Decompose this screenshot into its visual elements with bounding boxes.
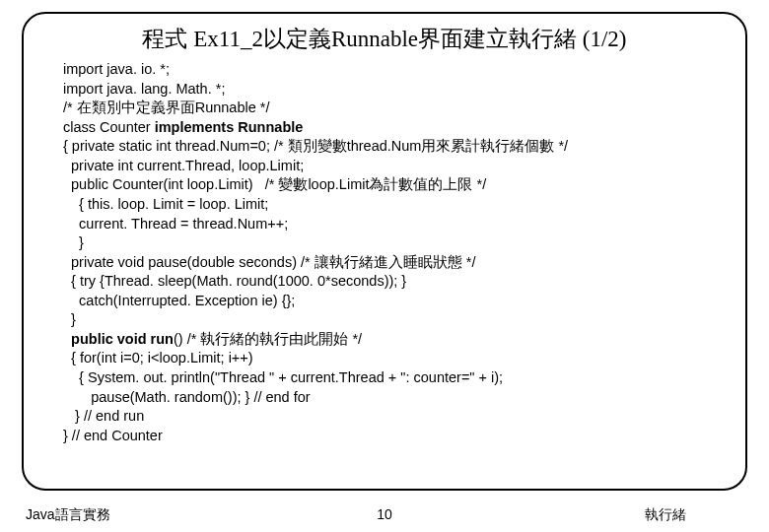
code-line: { this. loop. Limit = loop. Limit; — [63, 195, 726, 215]
code-line: /* 在類別中定義界面Runnable */ — [63, 99, 726, 118]
footer: Java語言實務 10 執行緒 — [0, 506, 769, 524]
code-line: public void run() /* 執行緒的執行由此開始 */ — [63, 330, 726, 350]
code-line: { try {Thread. sleep(Math. round(1000. 0… — [63, 272, 726, 292]
code-line: public Counter(int loop.Limit) /* 變數loop… — [63, 175, 726, 195]
slide-title: 程式 Ex11_2以定義Runnable界面建立執行緒 (1/2) — [24, 24, 745, 54]
code-text: class Counter — [63, 119, 155, 135]
code-line: { System. out. println("Thread " + curre… — [63, 368, 726, 388]
footer-page-number: 10 — [377, 506, 392, 524]
title-main: 程式 Ex11_2以定義Runnable界面建立執行緒 — [142, 27, 582, 51]
footer-left: Java語言實務 — [26, 506, 124, 524]
code-line: { private static int thread.Num=0; /* 類別… — [63, 137, 726, 157]
code-line: catch(Interrupted. Exception ie) {}; — [63, 292, 726, 311]
code-line: private void pause(double seconds) /* 讓執… — [63, 253, 726, 273]
code-line: } — [63, 233, 726, 253]
code-text — [63, 331, 71, 347]
footer-right: 執行緒 — [645, 506, 743, 524]
code-line: pause(Math. random()); } // end for — [63, 388, 726, 408]
code-line: class Counter implements Runnable — [63, 118, 726, 138]
code-line: } // end Counter — [63, 427, 726, 446]
code-block: import java. io. *; import java. lang. M… — [24, 60, 745, 445]
slide-frame: 程式 Ex11_2以定義Runnable界面建立執行緒 (1/2) import… — [22, 12, 747, 491]
code-bold: public void run — [71, 331, 174, 347]
code-line: } — [63, 310, 726, 330]
title-pager: (1/2) — [583, 27, 627, 51]
code-line: current. Thread = thread.Num++; — [63, 215, 726, 234]
code-line: import java. io. *; — [63, 60, 726, 80]
code-line: import java. lang. Math. *; — [63, 80, 726, 100]
code-text: () /* 執行緒的執行由此開始 */ — [174, 331, 362, 347]
code-line: { for(int i=0; i<loop.Limit; i++) — [63, 349, 726, 368]
code-line: private int current.Thread, loop.Limit; — [63, 157, 726, 176]
code-bold: implements Runnable — [155, 119, 304, 135]
code-line: } // end run — [63, 407, 726, 427]
